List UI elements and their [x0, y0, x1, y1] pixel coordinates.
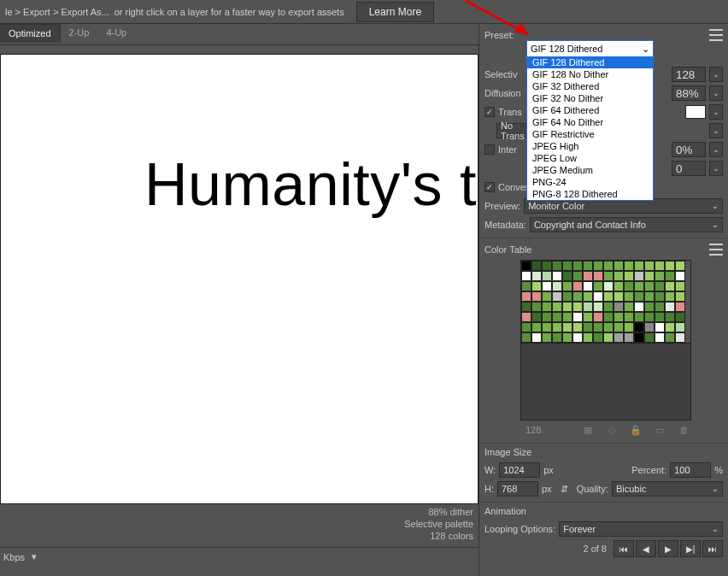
color-swatch[interactable] [552, 271, 562, 281]
color-table-menu-icon[interactable] [709, 244, 723, 256]
color-swatch[interactable] [572, 322, 583, 332]
preset-option[interactable]: GIF 32 No Dither [527, 92, 653, 104]
color-swatch[interactable] [603, 322, 614, 332]
color-swatch[interactable] [634, 291, 644, 302]
color-swatch[interactable] [644, 291, 655, 302]
color-swatch[interactable] [593, 271, 603, 281]
colors-stepper[interactable]: ⌄ [709, 67, 723, 82]
color-swatch[interactable] [624, 332, 634, 343]
trash-icon[interactable]: 🗑 [678, 424, 690, 436]
color-swatch[interactable] [675, 271, 685, 281]
color-swatch[interactable] [634, 322, 644, 332]
color-swatch[interactable] [655, 332, 665, 343]
color-swatch[interactable] [572, 261, 583, 271]
preview-canvas[interactable]: Humanity's to- [0, 54, 478, 504]
color-swatch[interactable] [542, 302, 552, 312]
preset-option[interactable]: GIF 32 Dithered [527, 80, 653, 92]
preset-menu-icon[interactable] [709, 29, 723, 41]
color-swatch[interactable] [614, 281, 624, 291]
color-swatch[interactable] [603, 271, 614, 281]
color-swatch[interactable] [572, 312, 583, 322]
color-swatch[interactable] [521, 312, 531, 322]
color-swatch[interactable] [665, 302, 675, 312]
color-swatch[interactable] [665, 271, 675, 281]
color-swatch[interactable] [583, 271, 593, 281]
color-swatch[interactable] [634, 312, 644, 322]
color-swatch[interactable] [531, 291, 542, 302]
color-swatch[interactable] [583, 322, 593, 332]
looping-select[interactable]: Forever⌄ [559, 521, 723, 537]
color-swatch[interactable] [675, 312, 685, 322]
color-swatch[interactable] [562, 291, 572, 302]
color-swatch[interactable] [624, 322, 634, 332]
color-swatch[interactable] [655, 281, 665, 291]
color-swatch[interactable] [572, 281, 583, 291]
color-swatch[interactable] [521, 261, 531, 271]
color-swatch[interactable] [603, 291, 614, 302]
color-swatch[interactable] [644, 281, 655, 291]
next-frame-button[interactable]: ▶| [680, 540, 701, 557]
trans-amount-stepper[interactable]: ⌄ [709, 123, 723, 138]
play-button[interactable]: ▶ [658, 540, 678, 557]
color-swatch[interactable] [531, 322, 542, 332]
color-swatch[interactable] [624, 271, 634, 281]
color-swatch[interactable] [562, 281, 572, 291]
color-swatch[interactable] [603, 332, 614, 343]
color-swatch[interactable] [583, 291, 593, 302]
color-swatch[interactable] [655, 271, 665, 281]
tab-2up[interactable]: 2-Up [61, 24, 98, 43]
preset-option[interactable]: GIF 128 No Dither [527, 68, 653, 80]
preset-selected[interactable]: GIF 128 Dithered ⌄ [527, 41, 653, 56]
link-wh-icon[interactable]: ⇵ [561, 484, 568, 495]
kbps-menu-icon[interactable]: ▾ [28, 551, 40, 562]
dither-stepper[interactable]: ⌄ [709, 85, 723, 101]
color-swatch[interactable] [644, 312, 655, 322]
matte-stepper[interactable]: ⌄ [709, 104, 723, 120]
color-swatch[interactable] [614, 291, 624, 302]
color-swatch[interactable] [552, 281, 562, 291]
preset-option[interactable]: JPEG Medium [527, 164, 653, 176]
tab-optimized[interactable]: Optimized [0, 24, 61, 43]
color-swatch[interactable] [531, 261, 542, 271]
color-swatch[interactable] [675, 332, 685, 343]
new-color-icon[interactable]: ▭ [654, 424, 666, 436]
color-swatch[interactable] [562, 271, 572, 281]
color-swatch[interactable] [644, 302, 655, 312]
color-swatch[interactable] [634, 261, 644, 271]
color-swatch[interactable] [552, 312, 562, 322]
color-swatch[interactable] [655, 322, 665, 332]
color-swatch[interactable] [614, 261, 624, 271]
height-input[interactable] [497, 481, 538, 497]
color-swatch[interactable] [603, 281, 614, 291]
percent-input[interactable] [670, 462, 711, 478]
color-swatch[interactable] [531, 281, 542, 291]
last-frame-button[interactable]: ⏭ [702, 540, 723, 557]
color-swatch[interactable] [624, 312, 634, 322]
color-swatch[interactable] [655, 302, 665, 312]
color-swatch[interactable] [562, 312, 572, 322]
color-swatch[interactable] [593, 332, 603, 343]
color-swatch[interactable] [624, 291, 634, 302]
map-trans-icon[interactable]: ◇ [606, 424, 618, 436]
color-swatch[interactable] [665, 291, 675, 302]
color-swatch[interactable] [521, 302, 531, 312]
color-swatch[interactable] [593, 312, 603, 322]
color-swatch[interactable] [531, 302, 542, 312]
color-swatch[interactable] [572, 271, 583, 281]
color-swatch[interactable] [665, 322, 675, 332]
color-swatch[interactable] [634, 332, 644, 343]
preset-option[interactable]: PNG-8 128 Dithered [527, 188, 653, 200]
preset-option[interactable]: GIF Restrictive [527, 128, 653, 140]
tab-4up[interactable]: 4-Up [97, 24, 135, 43]
color-swatch[interactable] [531, 332, 542, 343]
color-swatch[interactable] [572, 332, 583, 343]
color-swatch[interactable] [562, 332, 572, 343]
color-swatch[interactable] [531, 312, 542, 322]
color-swatch[interactable] [675, 302, 685, 312]
color-swatch[interactable] [665, 261, 675, 271]
dither-input[interactable] [672, 85, 706, 101]
color-swatch[interactable] [665, 281, 675, 291]
color-swatch[interactable] [634, 302, 644, 312]
color-swatch[interactable] [624, 261, 634, 271]
color-swatch[interactable] [655, 291, 665, 302]
